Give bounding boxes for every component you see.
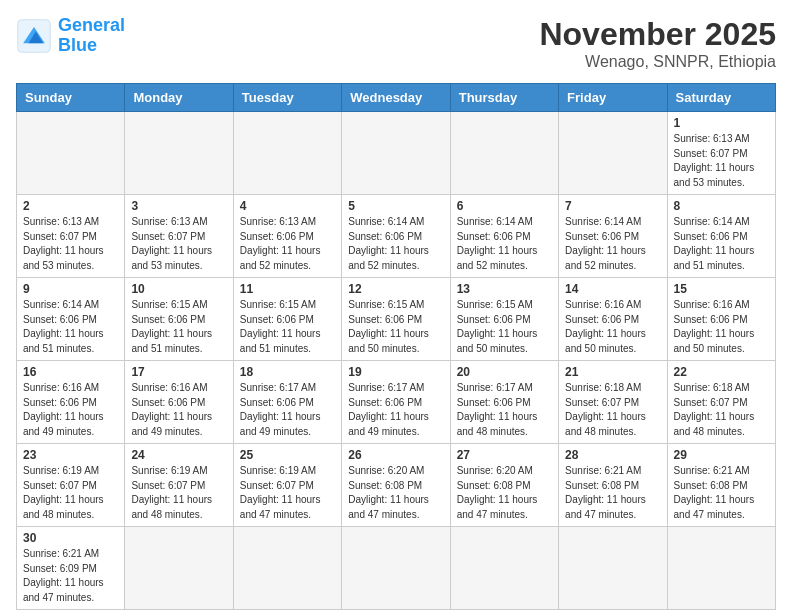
logo-blue: Blue <box>58 35 97 55</box>
cell-content: Sunrise: 6:17 AM Sunset: 6:06 PM Dayligh… <box>240 381 335 439</box>
calendar-cell: 9Sunrise: 6:14 AM Sunset: 6:06 PM Daylig… <box>17 278 125 361</box>
calendar-cell <box>450 112 558 195</box>
col-header-saturday: Saturday <box>667 84 775 112</box>
cell-content: Sunrise: 6:14 AM Sunset: 6:06 PM Dayligh… <box>23 298 118 356</box>
day-number: 17 <box>131 365 226 379</box>
calendar-cell: 28Sunrise: 6:21 AM Sunset: 6:08 PM Dayli… <box>559 444 667 527</box>
day-number: 9 <box>23 282 118 296</box>
logo-general: General <box>58 15 125 35</box>
calendar-cell: 7Sunrise: 6:14 AM Sunset: 6:06 PM Daylig… <box>559 195 667 278</box>
calendar-cell <box>342 527 450 610</box>
calendar-cell: 13Sunrise: 6:15 AM Sunset: 6:06 PM Dayli… <box>450 278 558 361</box>
calendar-cell: 15Sunrise: 6:16 AM Sunset: 6:06 PM Dayli… <box>667 278 775 361</box>
cell-content: Sunrise: 6:19 AM Sunset: 6:07 PM Dayligh… <box>131 464 226 522</box>
calendar-cell: 24Sunrise: 6:19 AM Sunset: 6:07 PM Dayli… <box>125 444 233 527</box>
week-row-3: 16Sunrise: 6:16 AM Sunset: 6:06 PM Dayli… <box>17 361 776 444</box>
cell-content: Sunrise: 6:18 AM Sunset: 6:07 PM Dayligh… <box>674 381 769 439</box>
logo-text: General Blue <box>58 16 125 56</box>
day-number: 11 <box>240 282 335 296</box>
header: General Blue November 2025 Wenago, SNNPR… <box>16 16 776 71</box>
cell-content: Sunrise: 6:17 AM Sunset: 6:06 PM Dayligh… <box>457 381 552 439</box>
day-number: 10 <box>131 282 226 296</box>
cell-content: Sunrise: 6:19 AM Sunset: 6:07 PM Dayligh… <box>23 464 118 522</box>
calendar-cell <box>559 112 667 195</box>
col-header-friday: Friday <box>559 84 667 112</box>
cell-content: Sunrise: 6:20 AM Sunset: 6:08 PM Dayligh… <box>348 464 443 522</box>
cell-content: Sunrise: 6:14 AM Sunset: 6:06 PM Dayligh… <box>565 215 660 273</box>
cell-content: Sunrise: 6:16 AM Sunset: 6:06 PM Dayligh… <box>23 381 118 439</box>
header-row: SundayMondayTuesdayWednesdayThursdayFrid… <box>17 84 776 112</box>
calendar-cell: 16Sunrise: 6:16 AM Sunset: 6:06 PM Dayli… <box>17 361 125 444</box>
calendar-cell: 12Sunrise: 6:15 AM Sunset: 6:06 PM Dayli… <box>342 278 450 361</box>
cell-content: Sunrise: 6:15 AM Sunset: 6:06 PM Dayligh… <box>457 298 552 356</box>
calendar-cell: 20Sunrise: 6:17 AM Sunset: 6:06 PM Dayli… <box>450 361 558 444</box>
week-row-1: 2Sunrise: 6:13 AM Sunset: 6:07 PM Daylig… <box>17 195 776 278</box>
day-number: 5 <box>348 199 443 213</box>
cell-content: Sunrise: 6:18 AM Sunset: 6:07 PM Dayligh… <box>565 381 660 439</box>
calendar-cell: 18Sunrise: 6:17 AM Sunset: 6:06 PM Dayli… <box>233 361 341 444</box>
cell-content: Sunrise: 6:20 AM Sunset: 6:08 PM Dayligh… <box>457 464 552 522</box>
calendar-cell: 3Sunrise: 6:13 AM Sunset: 6:07 PM Daylig… <box>125 195 233 278</box>
cell-content: Sunrise: 6:17 AM Sunset: 6:06 PM Dayligh… <box>348 381 443 439</box>
calendar-cell: 25Sunrise: 6:19 AM Sunset: 6:07 PM Dayli… <box>233 444 341 527</box>
title-area: November 2025 Wenago, SNNPR, Ethiopia <box>539 16 776 71</box>
calendar-title: November 2025 <box>539 16 776 53</box>
calendar-cell <box>233 112 341 195</box>
day-number: 28 <box>565 448 660 462</box>
calendar-cell: 26Sunrise: 6:20 AM Sunset: 6:08 PM Dayli… <box>342 444 450 527</box>
calendar-cell: 6Sunrise: 6:14 AM Sunset: 6:06 PM Daylig… <box>450 195 558 278</box>
day-number: 14 <box>565 282 660 296</box>
calendar-cell: 11Sunrise: 6:15 AM Sunset: 6:06 PM Dayli… <box>233 278 341 361</box>
calendar-cell: 29Sunrise: 6:21 AM Sunset: 6:08 PM Dayli… <box>667 444 775 527</box>
cell-content: Sunrise: 6:14 AM Sunset: 6:06 PM Dayligh… <box>348 215 443 273</box>
calendar-subtitle: Wenago, SNNPR, Ethiopia <box>539 53 776 71</box>
calendar-cell: 1Sunrise: 6:13 AM Sunset: 6:07 PM Daylig… <box>667 112 775 195</box>
week-row-0: 1Sunrise: 6:13 AM Sunset: 6:07 PM Daylig… <box>17 112 776 195</box>
week-row-5: 30Sunrise: 6:21 AM Sunset: 6:09 PM Dayli… <box>17 527 776 610</box>
day-number: 30 <box>23 531 118 545</box>
cell-content: Sunrise: 6:21 AM Sunset: 6:09 PM Dayligh… <box>23 547 118 605</box>
cell-content: Sunrise: 6:13 AM Sunset: 6:07 PM Dayligh… <box>131 215 226 273</box>
calendar-cell: 27Sunrise: 6:20 AM Sunset: 6:08 PM Dayli… <box>450 444 558 527</box>
logo-icon <box>16 18 52 54</box>
cell-content: Sunrise: 6:14 AM Sunset: 6:06 PM Dayligh… <box>674 215 769 273</box>
calendar-cell: 30Sunrise: 6:21 AM Sunset: 6:09 PM Dayli… <box>17 527 125 610</box>
calendar-cell: 14Sunrise: 6:16 AM Sunset: 6:06 PM Dayli… <box>559 278 667 361</box>
cell-content: Sunrise: 6:21 AM Sunset: 6:08 PM Dayligh… <box>674 464 769 522</box>
day-number: 23 <box>23 448 118 462</box>
day-number: 25 <box>240 448 335 462</box>
day-number: 27 <box>457 448 552 462</box>
week-row-2: 9Sunrise: 6:14 AM Sunset: 6:06 PM Daylig… <box>17 278 776 361</box>
cell-content: Sunrise: 6:15 AM Sunset: 6:06 PM Dayligh… <box>348 298 443 356</box>
day-number: 6 <box>457 199 552 213</box>
cell-content: Sunrise: 6:13 AM Sunset: 6:07 PM Dayligh… <box>23 215 118 273</box>
calendar-cell <box>125 527 233 610</box>
day-number: 22 <box>674 365 769 379</box>
cell-content: Sunrise: 6:13 AM Sunset: 6:07 PM Dayligh… <box>674 132 769 190</box>
cell-content: Sunrise: 6:15 AM Sunset: 6:06 PM Dayligh… <box>131 298 226 356</box>
day-number: 18 <box>240 365 335 379</box>
cell-content: Sunrise: 6:15 AM Sunset: 6:06 PM Dayligh… <box>240 298 335 356</box>
calendar-cell <box>667 527 775 610</box>
day-number: 1 <box>674 116 769 130</box>
col-header-thursday: Thursday <box>450 84 558 112</box>
cell-content: Sunrise: 6:14 AM Sunset: 6:06 PM Dayligh… <box>457 215 552 273</box>
day-number: 15 <box>674 282 769 296</box>
day-number: 19 <box>348 365 443 379</box>
calendar-cell: 22Sunrise: 6:18 AM Sunset: 6:07 PM Dayli… <box>667 361 775 444</box>
calendar-cell: 17Sunrise: 6:16 AM Sunset: 6:06 PM Dayli… <box>125 361 233 444</box>
day-number: 24 <box>131 448 226 462</box>
col-header-tuesday: Tuesday <box>233 84 341 112</box>
cell-content: Sunrise: 6:21 AM Sunset: 6:08 PM Dayligh… <box>565 464 660 522</box>
logo: General Blue <box>16 16 125 56</box>
calendar-cell: 8Sunrise: 6:14 AM Sunset: 6:06 PM Daylig… <box>667 195 775 278</box>
day-number: 13 <box>457 282 552 296</box>
col-header-wednesday: Wednesday <box>342 84 450 112</box>
day-number: 29 <box>674 448 769 462</box>
calendar-cell <box>450 527 558 610</box>
day-number: 3 <box>131 199 226 213</box>
calendar-cell <box>233 527 341 610</box>
cell-content: Sunrise: 6:16 AM Sunset: 6:06 PM Dayligh… <box>565 298 660 356</box>
cell-content: Sunrise: 6:13 AM Sunset: 6:06 PM Dayligh… <box>240 215 335 273</box>
day-number: 12 <box>348 282 443 296</box>
